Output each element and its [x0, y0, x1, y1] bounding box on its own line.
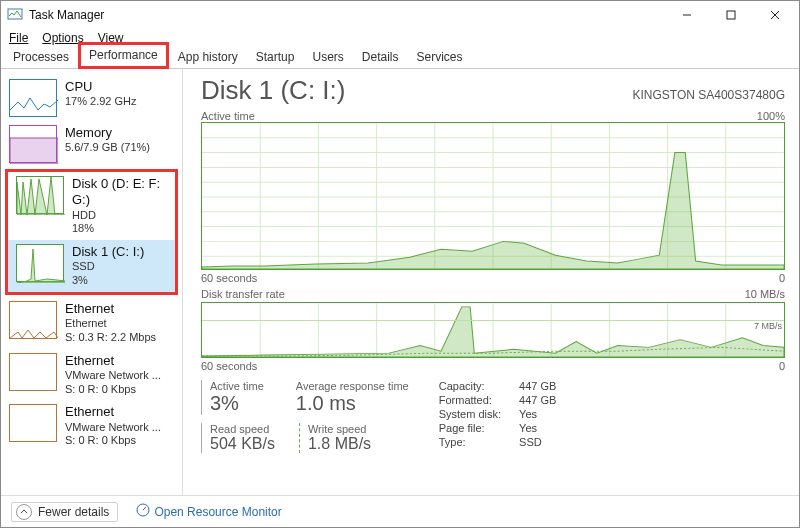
sidebar-item-cpu[interactable]: CPU 17% 2.92 GHz — [1, 75, 182, 121]
tab-app-history[interactable]: App history — [169, 46, 247, 69]
memory-sub: 5.6/7.9 GB (71%) — [65, 141, 150, 155]
svg-marker-7 — [17, 249, 65, 283]
chart2-label: Disk transfer rate — [201, 288, 285, 300]
eth1-title: Ethernet — [65, 353, 161, 369]
window-title: Task Manager — [29, 8, 104, 22]
read-speed-label: Read speed — [210, 423, 275, 435]
cap-capacity-v: 447 GB — [519, 380, 556, 392]
svg-marker-6 — [17, 177, 65, 215]
svg-rect-5 — [10, 138, 58, 164]
svg-line-38 — [143, 507, 146, 510]
menu-file[interactable]: File — [9, 31, 28, 45]
disk1-title: Disk 1 (C: I:) — [72, 244, 144, 260]
cpu-sub: 17% 2.92 GHz — [65, 95, 137, 109]
disk0-title: Disk 0 (D: E: F: G:) — [72, 176, 167, 209]
tab-performance[interactable]: Performance — [78, 42, 169, 69]
device-model: KINGSTON SA400S37480G — [632, 88, 785, 102]
active-time-value: 3% — [210, 392, 264, 415]
fewer-details-button[interactable]: Fewer details — [11, 502, 118, 522]
write-speed-value: 1.8 MB/s — [308, 435, 371, 453]
disk0-thumb-icon — [16, 176, 64, 214]
titlebar[interactable]: Task Manager — [1, 1, 799, 29]
cap-type-v: SSD — [519, 436, 556, 448]
memory-title: Memory — [65, 125, 150, 141]
cap-sysdisk-v: Yes — [519, 408, 556, 420]
disk1-sub1: SSD — [72, 260, 144, 274]
cap-formatted-l: Formatted: — [439, 394, 501, 406]
cap-type-l: Type: — [439, 436, 501, 448]
tab-strip: Processes Performance App history Startu… — [1, 47, 799, 69]
cpu-title: CPU — [65, 79, 137, 95]
chart2-seven-label: 7 MB/s — [202, 320, 784, 331]
disk-highlight-box: Disk 0 (D: E: F: G:) HDD 18% Disk 1 (C: … — [5, 169, 178, 295]
read-speed-value: 504 KB/s — [210, 435, 275, 453]
cap-formatted-v: 447 GB — [519, 394, 556, 406]
tab-details[interactable]: Details — [353, 46, 408, 69]
sidebar-item-eth2[interactable]: Ethernet VMware Network ... S: 0 R: 0 Kb… — [1, 400, 182, 452]
open-resource-monitor-link[interactable]: Open Resource Monitor — [136, 503, 281, 520]
disk0-sub1: HDD — [72, 209, 167, 223]
capacity-grid: Capacity:447 GB Formatted:447 GB System … — [439, 380, 557, 453]
eth1-sub2: S: 0 R: 0 Kbps — [65, 383, 161, 397]
write-speed-label: Write speed — [308, 423, 371, 435]
cap-capacity-l: Capacity: — [439, 380, 501, 392]
cap-sysdisk-l: System disk: — [439, 408, 501, 420]
cpu-thumb-icon — [9, 79, 57, 117]
sidebar-item-disk1[interactable]: Disk 1 (C: I:) SSD 3% — [8, 240, 175, 292]
performance-sidebar: CPU 17% 2.92 GHz Memory 5.6/7.9 GB (71%) — [1, 69, 183, 495]
avg-resp-value: 1.0 ms — [296, 392, 409, 415]
chevron-up-icon — [16, 504, 32, 520]
tab-startup[interactable]: Startup — [247, 46, 304, 69]
svg-rect-2 — [727, 11, 735, 19]
memory-thumb-icon — [9, 125, 57, 163]
sidebar-item-memory[interactable]: Memory 5.6/7.9 GB (71%) — [1, 121, 182, 167]
sidebar-item-eth0[interactable]: Ethernet Ethernet S: 0.3 R: 2.2 Mbps — [1, 297, 182, 349]
transfer-rate-chart: 7 MB/s — [201, 302, 785, 358]
sidebar-item-eth1[interactable]: Ethernet VMware Network ... S: 0 R: 0 Kb… — [1, 349, 182, 401]
chart2-xright: 0 — [779, 360, 785, 372]
page-title: Disk 1 (C: I:) — [201, 75, 345, 106]
performance-main: Disk 1 (C: I:) KINGSTON SA400S37480G Act… — [183, 69, 799, 495]
minimize-button[interactable] — [665, 1, 709, 29]
active-time-label: Active time — [210, 380, 264, 392]
eth0-sub2: S: 0.3 R: 2.2 Mbps — [65, 331, 156, 345]
active-time-chart — [201, 122, 785, 270]
eth1-sub1: VMware Network ... — [65, 369, 161, 383]
chart2-xleft: 60 seconds — [201, 360, 257, 372]
cap-pagefile-v: Yes — [519, 422, 556, 434]
maximize-button[interactable] — [709, 1, 753, 29]
avg-resp-label: Average response time — [296, 380, 409, 392]
fewer-details-label: Fewer details — [38, 505, 109, 519]
eth0-sub1: Ethernet — [65, 317, 156, 331]
chart1-label: Active time — [201, 110, 255, 122]
app-icon — [7, 6, 23, 25]
resource-monitor-icon — [136, 503, 150, 520]
eth1-thumb-icon — [9, 353, 57, 391]
eth2-sub2: S: 0 R: 0 Kbps — [65, 434, 161, 448]
content-area: CPU 17% 2.92 GHz Memory 5.6/7.9 GB (71%) — [1, 69, 799, 495]
task-manager-window: Task Manager File Options View Processes… — [0, 0, 800, 528]
chart1-xleft: 60 seconds — [201, 272, 257, 284]
open-resource-monitor-label: Open Resource Monitor — [154, 505, 281, 519]
tab-processes[interactable]: Processes — [4, 46, 78, 69]
footer: Fewer details Open Resource Monitor — [1, 495, 799, 527]
disk1-sub2: 3% — [72, 274, 144, 288]
eth2-thumb-icon — [9, 404, 57, 442]
eth2-title: Ethernet — [65, 404, 161, 420]
tab-services[interactable]: Services — [408, 46, 472, 69]
eth0-title: Ethernet — [65, 301, 156, 317]
sidebar-item-disk0[interactable]: Disk 0 (D: E: F: G:) HDD 18% — [8, 172, 175, 240]
cap-pagefile-l: Page file: — [439, 422, 501, 434]
eth2-sub1: VMware Network ... — [65, 421, 161, 435]
disk1-thumb-icon — [16, 244, 64, 282]
eth0-thumb-icon — [9, 301, 57, 339]
disk0-sub2: 18% — [72, 222, 167, 236]
chart1-max: 100% — [757, 110, 785, 122]
chart2-max: 10 MB/s — [745, 288, 785, 300]
tab-users[interactable]: Users — [303, 46, 352, 69]
chart1-xright: 0 — [779, 272, 785, 284]
stats-row: Active time 3% Average response time 1.0… — [201, 380, 785, 453]
close-button[interactable] — [753, 1, 797, 29]
